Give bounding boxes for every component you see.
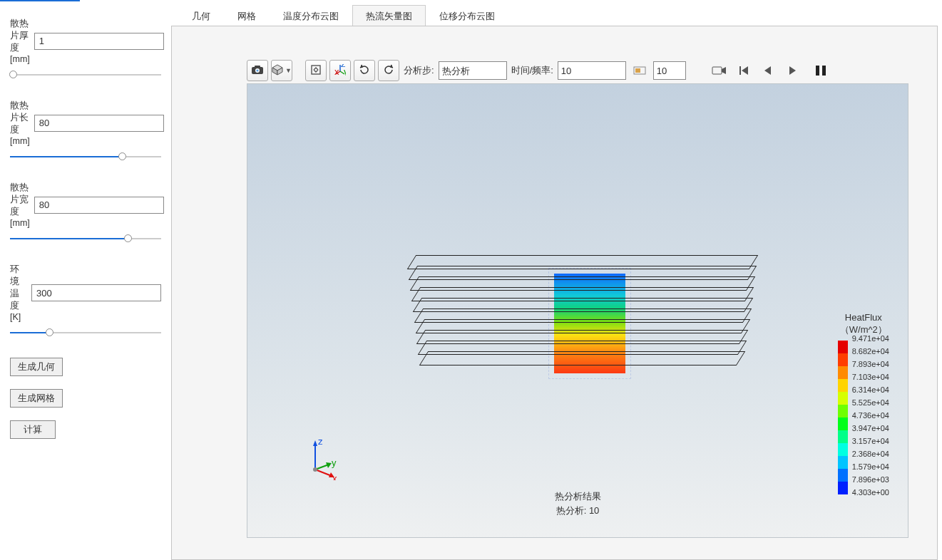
- svg-rect-18: [739, 66, 741, 75]
- legend-swatch: [838, 392, 848, 405]
- generate-mesh-button[interactable]: 生成网格: [10, 389, 63, 408]
- legend-value: 7.896e+03: [848, 475, 889, 488]
- viewport-toolbar: ▼ zxy 分析步: 热分析 时间/频率: 10: [247, 58, 908, 83]
- svg-rect-23: [822, 66, 826, 76]
- camera-icon: [251, 65, 264, 77]
- svg-text:y: y: [344, 66, 346, 76]
- svg-rect-22: [816, 66, 819, 76]
- fit-icon: [310, 64, 322, 78]
- legend-value: 6.314e+04: [848, 385, 889, 398]
- legend-swatch: [838, 443, 848, 456]
- legend-swatch: [838, 456, 848, 469]
- rotate-icon: [383, 64, 394, 78]
- last-frame-button[interactable]: [810, 60, 831, 81]
- cube-icon: [272, 64, 283, 78]
- svg-line-30: [315, 465, 329, 470]
- axes-button[interactable]: zxy: [329, 60, 351, 81]
- svg-marker-21: [789, 66, 796, 75]
- legend-value: 8.682e+04: [848, 347, 889, 360]
- svg-text:x: x: [332, 473, 337, 480]
- legend-swatch: [838, 430, 848, 443]
- generate-geometry-button[interactable]: 生成几何: [10, 358, 63, 376]
- view-cube-button[interactable]: ▼: [271, 60, 292, 81]
- svg-point-33: [313, 467, 317, 472]
- screenshot-button[interactable]: [247, 60, 268, 81]
- color-legend: HeatFlux （W/m^2） 9.471e+048.682e+047.893…: [838, 312, 889, 501]
- legend-value: 2.368e+04: [848, 450, 889, 462]
- tab-2[interactable]: 温度分布云图: [270, 5, 352, 26]
- svg-line-27: [315, 470, 332, 476]
- svg-marker-17: [722, 67, 726, 74]
- time-frequency-select[interactable]: 10: [558, 61, 626, 80]
- tab-1[interactable]: 网格: [224, 5, 270, 26]
- reset-icon: [359, 64, 370, 78]
- result-caption: 热分析结果 热分析: 10: [555, 489, 601, 517]
- param-input-3[interactable]: [31, 284, 161, 301]
- legend-value: 4.736e+04: [848, 411, 889, 424]
- legend-title-1: HeatFlux: [838, 312, 889, 324]
- param-slider-2[interactable]: [10, 234, 161, 244]
- calculate-button[interactable]: 计算: [10, 420, 56, 439]
- tab-0[interactable]: 几何: [178, 5, 224, 26]
- reset-view-button[interactable]: [354, 60, 375, 81]
- legend-swatch: [838, 482, 848, 494]
- viewport-frame: ▼ zxy 分析步: 热分析 时间/频率: 10: [171, 26, 938, 560]
- legend-value: 3.947e+04: [848, 424, 889, 437]
- param-label-0: 散热片厚度[mm]: [10, 18, 30, 64]
- legend-swatch: [838, 405, 848, 418]
- svg-rect-16: [712, 67, 722, 74]
- time-frequency-label: 时间/频率:: [510, 64, 555, 77]
- svg-point-3: [256, 69, 258, 71]
- sidebar: 散热片厚度[mm] 散热片长度[mm] 散热片宽度[mm] 环境温度[K] 生成…: [0, 5, 171, 560]
- legend-value: 4.303e+00: [848, 488, 889, 501]
- svg-text:y: y: [332, 457, 337, 468]
- svg-marker-25: [313, 440, 317, 446]
- prev-frame-button[interactable]: [757, 60, 779, 81]
- legend-swatch: [838, 469, 848, 482]
- legend-value: 7.103e+04: [848, 373, 889, 385]
- first-frame-button[interactable]: [733, 60, 754, 81]
- param-slider-3[interactable]: [10, 328, 161, 338]
- viewport-3d[interactable]: 热分析结果 热分析: 10 HeatFlux （W/m^2） 9.471e+04…: [247, 83, 908, 538]
- svg-rect-7: [312, 66, 320, 74]
- tab-4[interactable]: 位移分布云图: [426, 5, 508, 26]
- param-label-2: 散热片宽度[mm]: [10, 182, 30, 228]
- frame-icon: [629, 60, 650, 81]
- param-slider-0[interactable]: [10, 70, 161, 80]
- record-button[interactable]: [709, 60, 730, 81]
- legend-swatch: [838, 418, 848, 430]
- param-input-1[interactable]: [34, 115, 164, 132]
- svg-text:z: z: [318, 437, 323, 447]
- legend-swatch: [838, 366, 848, 379]
- svg-marker-19: [742, 66, 748, 75]
- play-button[interactable]: [782, 60, 803, 81]
- legend-swatch: [838, 353, 848, 366]
- legend-value: 1.579e+04: [848, 462, 889, 475]
- param-slider-1[interactable]: [10, 152, 161, 162]
- rotate-button[interactable]: [378, 60, 399, 81]
- param-input-0[interactable]: [34, 33, 164, 50]
- analysis-step-label: 分析步:: [402, 64, 436, 77]
- svg-rect-1: [255, 66, 260, 68]
- axes-icon: zxy: [334, 64, 346, 78]
- svg-marker-20: [764, 66, 771, 75]
- analysis-step-select[interactable]: 热分析: [439, 61, 507, 80]
- svg-rect-15: [635, 68, 640, 73]
- tab-3[interactable]: 热流矢量图: [352, 5, 426, 26]
- legend-value: 9.471e+04: [848, 334, 889, 347]
- legend-value: 5.525e+04: [848, 398, 889, 411]
- axis-triad: z x y: [297, 437, 340, 480]
- param-label-1: 散热片长度[mm]: [10, 100, 30, 146]
- tab-bar: 几何网格温度分布云图热流矢量图位移分布云图: [171, 5, 938, 26]
- param-input-2[interactable]: [34, 197, 164, 214]
- legend-swatch: [838, 379, 848, 392]
- legend-swatch: [838, 341, 848, 353]
- legend-value: 7.893e+04: [848, 360, 889, 373]
- chevron-down-icon: ▼: [285, 67, 292, 74]
- frame-spin-input[interactable]: [653, 61, 686, 80]
- param-label-3: 环境温度[K]: [10, 264, 27, 322]
- fit-view-button[interactable]: [305, 60, 327, 81]
- legend-value: 3.157e+04: [848, 437, 889, 450]
- svg-text:x: x: [334, 66, 339, 76]
- heatsink-model: [411, 255, 754, 390]
